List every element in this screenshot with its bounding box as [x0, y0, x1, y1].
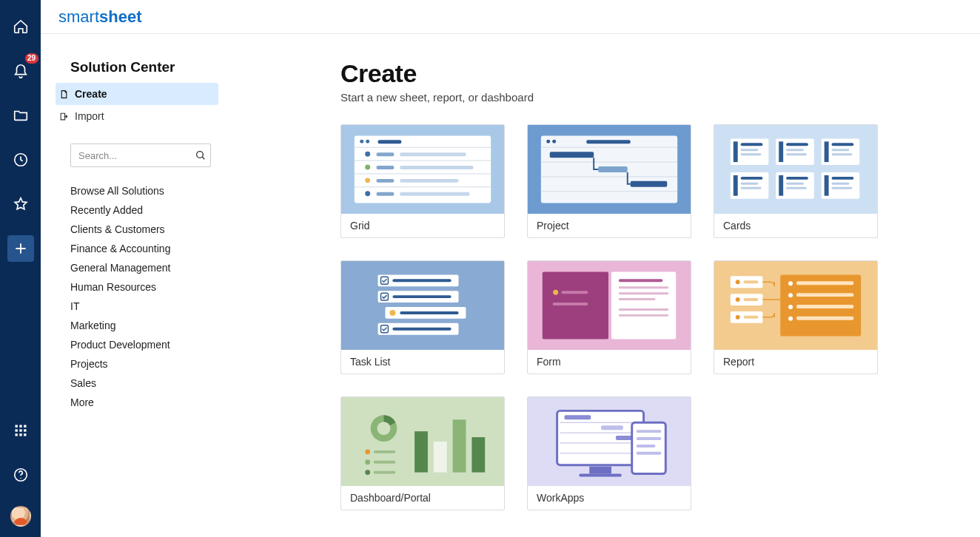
category-item[interactable]: Product Development: [70, 339, 261, 351]
svg-rect-45: [734, 141, 738, 162]
svg-point-100: [788, 293, 793, 297]
svg-point-21: [365, 152, 370, 157]
svg-rect-91: [619, 279, 662, 282]
svg-rect-108: [744, 280, 759, 283]
notifications-icon[interactable]: 29: [7, 58, 34, 84]
svg-rect-123: [415, 431, 428, 472]
svg-rect-2: [19, 425, 21, 428]
svg-point-14: [360, 140, 363, 143]
svg-rect-8: [19, 433, 21, 436]
svg-rect-138: [637, 430, 662, 433]
svg-rect-124: [434, 442, 447, 473]
svg-rect-88: [562, 291, 588, 294]
category-item[interactable]: IT: [70, 300, 261, 312]
category-item[interactable]: Browse All Solutions: [70, 185, 261, 197]
category-item[interactable]: More: [70, 396, 261, 408]
panel-title: Solution Center: [70, 59, 261, 75]
svg-point-117: [365, 449, 370, 454]
recents-icon[interactable]: [7, 146, 34, 173]
dashboard-art-icon: [341, 397, 504, 486]
top-header: smartsheet: [41, 0, 980, 34]
svg-rect-141: [637, 452, 662, 455]
svg-rect-42: [598, 166, 628, 172]
svg-rect-92: [619, 286, 668, 288]
sheet-icon: [58, 89, 69, 99]
tile-dashboard[interactable]: Dashboard/Portal: [340, 396, 505, 510]
svg-point-113: [736, 315, 740, 320]
svg-rect-43: [631, 181, 668, 187]
svg-rect-28: [377, 179, 395, 183]
svg-rect-65: [779, 175, 783, 196]
svg-point-107: [736, 280, 740, 284]
svg-rect-82: [400, 311, 458, 314]
svg-rect-31: [377, 192, 395, 196]
svg-rect-55: [825, 141, 829, 162]
svg-rect-76: [392, 279, 451, 282]
tile-report[interactable]: Report: [714, 260, 878, 374]
tile-label: Project: [528, 214, 691, 237]
svg-rect-114: [744, 316, 759, 319]
svg-rect-126: [471, 437, 485, 473]
svg-point-30: [365, 191, 370, 196]
svg-rect-32: [400, 192, 469, 196]
tile-form[interactable]: Form: [527, 260, 691, 374]
tile-cards[interactable]: Cards: [714, 124, 878, 238]
svg-rect-3: [24, 425, 26, 428]
svg-rect-67: [786, 183, 804, 185]
svg-rect-85: [392, 328, 451, 331]
avatar[interactable]: [10, 506, 31, 527]
svg-rect-134: [565, 415, 591, 419]
tile-tasklist[interactable]: Task List: [340, 260, 505, 374]
svg-rect-96: [619, 314, 668, 317]
tile-label: Form: [528, 350, 691, 374]
svg-rect-36: [586, 140, 630, 143]
svg-rect-99: [796, 281, 853, 285]
favorites-icon[interactable]: [7, 191, 34, 217]
svg-point-15: [366, 140, 369, 143]
tile-label: Report: [714, 350, 877, 374]
svg-rect-52: [786, 149, 804, 151]
svg-point-121: [365, 470, 370, 475]
svg-point-98: [788, 281, 793, 286]
tile-grid[interactable]: Grid: [340, 124, 505, 238]
svg-point-110: [736, 297, 740, 302]
brand-logo: smartsheet: [58, 7, 141, 27]
category-item[interactable]: Sales: [70, 377, 261, 389]
category-item[interactable]: Human Resources: [70, 281, 261, 293]
nav-import[interactable]: Import: [56, 105, 218, 127]
svg-rect-61: [741, 177, 763, 180]
folder-icon[interactable]: [7, 102, 34, 129]
category-item[interactable]: Finance & Accounting: [70, 243, 261, 254]
workapps-art-icon: [528, 397, 691, 486]
category-item[interactable]: Clients & Customers: [70, 223, 261, 235]
svg-rect-26: [400, 166, 473, 169]
category-item[interactable]: Marketing: [70, 320, 261, 331]
category-item[interactable]: Recently Added: [70, 204, 261, 216]
tile-label: Cards: [714, 214, 877, 237]
svg-point-102: [788, 305, 793, 309]
tile-label: Task List: [341, 350, 504, 374]
svg-rect-62: [741, 183, 759, 185]
category-item[interactable]: General Management: [70, 262, 261, 274]
create-button[interactable]: [7, 235, 34, 262]
tile-project[interactable]: Project: [527, 124, 691, 238]
svg-rect-56: [832, 143, 854, 146]
page-title: Create: [340, 59, 950, 88]
svg-rect-68: [786, 187, 807, 189]
search-input[interactable]: [70, 143, 211, 167]
nav-create[interactable]: Create: [56, 83, 218, 105]
category-item[interactable]: Projects: [70, 358, 261, 370]
svg-rect-51: [786, 143, 808, 146]
apps-grid-icon[interactable]: [7, 417, 34, 444]
category-list: Browse All Solutions Recently Added Clie…: [70, 185, 261, 408]
cards-art-icon: [714, 125, 877, 214]
svg-rect-41: [550, 152, 594, 158]
svg-rect-29: [400, 179, 458, 183]
help-icon[interactable]: [7, 462, 34, 488]
svg-point-34: [546, 140, 550, 143]
project-art-icon: [528, 125, 691, 214]
home-icon[interactable]: [7, 13, 34, 40]
svg-point-24: [365, 165, 370, 170]
tile-workapps[interactable]: WorkApps: [527, 396, 691, 510]
svg-rect-23: [400, 152, 466, 156]
